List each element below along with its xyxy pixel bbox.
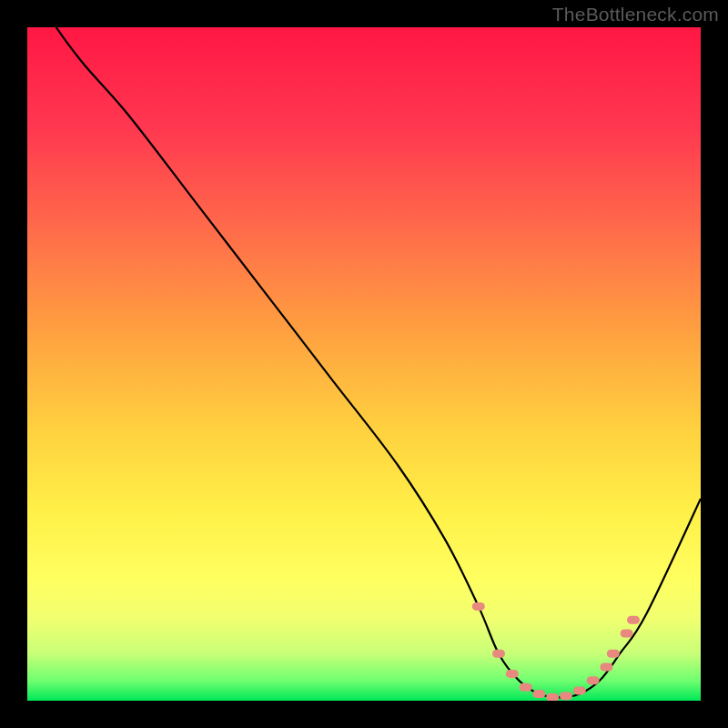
marker-dot (492, 650, 505, 658)
marker-dot (607, 650, 620, 658)
marker-dot (506, 670, 519, 678)
marker-dot (621, 630, 633, 638)
marker-dot (520, 683, 532, 692)
marker-dot (627, 616, 640, 624)
curve-layer (27, 27, 701, 701)
bottleneck-curve (27, 27, 701, 697)
marker-dot (573, 686, 586, 694)
marker-dot (472, 602, 485, 611)
marker-dot (546, 693, 559, 701)
watermark-text: TheBottleneck.com (552, 4, 719, 25)
optimal-range-markers (472, 602, 640, 701)
marker-dot (532, 690, 545, 698)
marker-dot (560, 692, 572, 700)
marker-dot (600, 663, 612, 672)
plot-area (27, 27, 701, 701)
marker-dot (587, 676, 600, 684)
